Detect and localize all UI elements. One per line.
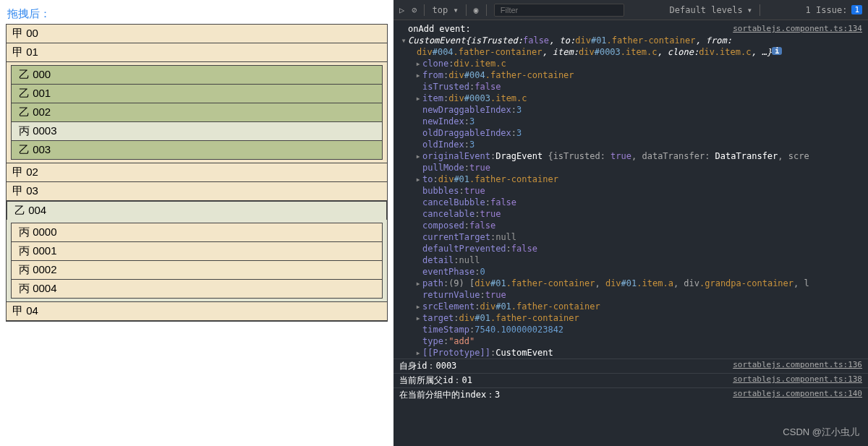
devtools-console: ▷ ⊘ top ▾ ◉ Default levels ▾ 1 Issue: 1 … [393,0,868,446]
expand-icon[interactable]: ▸ [414,174,422,184]
list-item-d[interactable]: 丙 0002 [11,260,383,280]
watermark: CSDN @江小虫儿 [783,426,859,439]
list-item-a[interactable]: 甲 04 [6,301,388,321]
issues-button[interactable]: 1 Issue: 1 [806,5,862,15]
list-item-a[interactable]: 甲 02 [6,163,388,182]
filter-input[interactable] [494,4,624,17]
divider [424,4,425,16]
source-link[interactable]: sortablejs.component.ts:138 [733,374,862,384]
console-output[interactable]: onAdd event:sortablejs.component.ts:134▾… [393,20,868,446]
expand-icon[interactable]: ▸ [414,278,422,288]
console-toolbar: ▷ ⊘ top ▾ ◉ Default levels ▾ 1 Issue: 1 [393,0,868,20]
list-item-a[interactable]: 甲 00 [6,24,388,43]
expand-icon[interactable]: ▸ [414,313,422,323]
list-item-b[interactable]: 乙 004 [7,201,387,220]
list-item-b[interactable]: 丙 0003 [11,121,383,141]
father-container[interactable]: 甲 00甲 01 乙 000乙 001乙 002丙 0003乙 003 甲 02… [6,24,388,322]
clear-icon[interactable]: ⊘ [412,5,417,15]
list-item-d[interactable]: 丙 0004 [11,279,383,299]
demo-page: 拖拽后： 甲 00甲 01 乙 000乙 001乙 002丙 0003乙 003… [0,0,393,446]
list-item-a[interactable]: 甲 01 [6,43,388,62]
expand-icon[interactable]: ▸ [414,151,422,161]
expand-icon[interactable]: ▸ [414,59,422,69]
divider [760,4,760,16]
list-item-d[interactable]: 丙 0000 [11,223,383,242]
list-item-b[interactable]: 乙 003 [11,140,383,160]
expand-icon[interactable]: ▸ [414,70,422,80]
divider [486,4,487,16]
source-link[interactable]: sortablejs.component.ts:140 [733,389,862,398]
list-item-b[interactable]: 乙 001 [11,84,383,103]
source-link[interactable]: sortablejs.component.ts:136 [733,360,862,369]
context-dropdown[interactable]: top ▾ [432,5,458,15]
expand-icon[interactable]: ▸ [414,93,422,103]
list-item-b[interactable]: 乙 002 [11,103,383,122]
list-item-d[interactable]: 丙 0001 [11,241,383,261]
expand-icon[interactable]: ▸ [414,301,422,312]
nested-group-2[interactable]: 丙 0000丙 0001丙 0002丙 0004 [7,220,387,302]
issue-count-badge: 1 [851,5,862,14]
info-icon[interactable]: i [772,47,782,55]
divider [466,4,467,16]
play-icon[interactable]: ▷ [399,5,404,15]
expand-icon[interactable]: ▾ [399,35,408,46]
source-link[interactable]: sortablejs.component.ts:134 [733,24,862,33]
nested-group-1[interactable]: 乙 000乙 001乙 002丙 0003乙 003 [7,62,387,163]
list-item-b[interactable]: 乙 000 [11,65,383,85]
expand-icon[interactable]: ▸ [414,348,422,358]
eye-icon[interactable]: ◉ [474,5,479,15]
levels-dropdown[interactable]: Default levels ▾ [670,5,752,15]
title-label: 拖拽后： [6,6,388,24]
list-item-a[interactable]: 甲 03 [6,181,388,201]
